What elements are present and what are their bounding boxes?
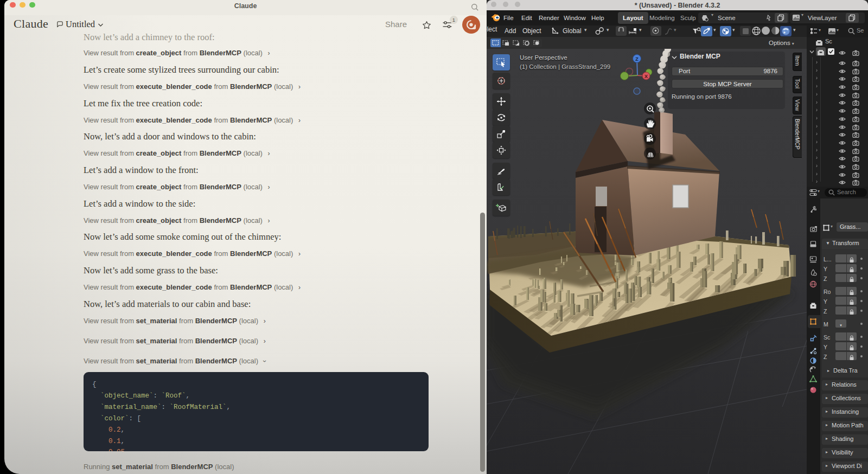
- svg-text:Z: Z: [635, 56, 639, 62]
- svg-text:X: X: [644, 74, 648, 79]
